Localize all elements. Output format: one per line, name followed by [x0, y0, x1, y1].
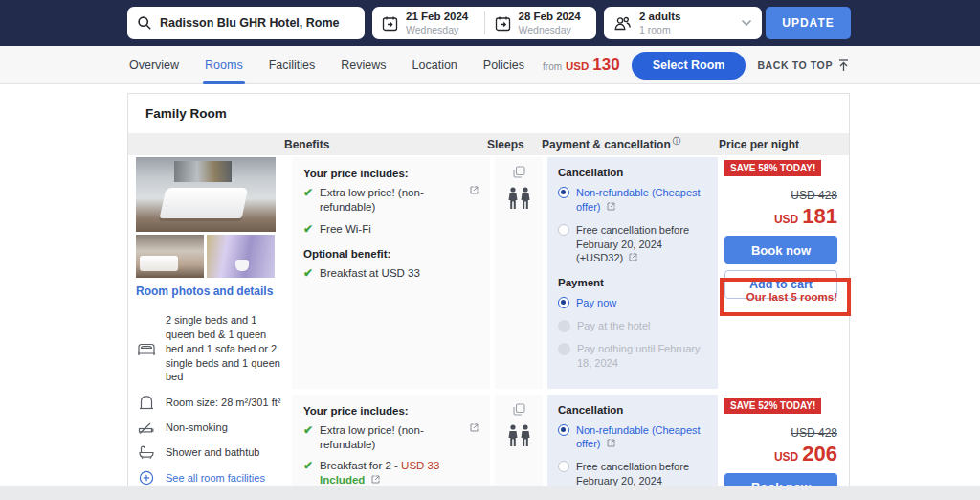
offer1-payment-cell: Cancellation Non-refundable (Cheapest of… [547, 157, 718, 389]
radio-non-refundable[interactable]: Non-refundable (Cheapest offer) [558, 423, 707, 452]
tab-location[interactable]: Location [412, 46, 457, 84]
family-room-card: Family Room Benefits Sleeps Payment & ca… [127, 93, 850, 500]
red-highlight-annotation: Our last 5 rooms! [720, 278, 851, 316]
check-icon: ✔ [303, 222, 313, 238]
tab-reviews[interactable]: Reviews [341, 46, 386, 84]
room-title: Family Room [145, 106, 227, 121]
guests-icon [613, 15, 632, 32]
offer-row-2: Your price includes: ✔ Extra low price! … [292, 395, 843, 500]
breakfast-included-label: Included [320, 474, 365, 486]
radio-label: Pay now [576, 296, 616, 310]
select-room-button[interactable]: Select Room [632, 52, 746, 80]
benefit-item: ✔ Extra low price! (non-refundable) [303, 423, 479, 452]
offer-row-1: Your price includes: ✔ Extra low price! … [292, 157, 843, 389]
save-badge: SAVE 52% TODAY! [724, 398, 821, 414]
from-label: from [543, 61, 562, 72]
guests-selector[interactable]: 2 adults 1 room [604, 7, 762, 39]
radio-non-refundable[interactable]: Non-refundable (Cheapest offer) [558, 186, 707, 215]
tab-facilities[interactable]: Facilities [269, 46, 316, 84]
update-button[interactable]: UPDATE [766, 7, 851, 39]
external-link-icon [607, 202, 615, 211]
checkout-weekday: Wednesday [519, 24, 581, 36]
optional-label: Optional benefit: [303, 248, 479, 260]
book-now-button[interactable]: Book now [724, 236, 837, 264]
offer1-benefits-cell: Your price includes: ✔ Extra low price! … [292, 157, 490, 389]
search-icon [137, 15, 152, 31]
offer2-price-cell: SAVE 52% TODAY! USD 428 USD206 Book now … [723, 395, 843, 500]
payment-label: Payment [558, 277, 707, 288]
detail-bathroom-text: Shower and bathtub [166, 445, 259, 460]
column-header-benefits: Benefits [284, 138, 487, 151]
radio-selected-icon [558, 424, 569, 436]
checkin-date: 21 Feb 2024 [406, 11, 468, 24]
radio-unselected-icon [558, 461, 569, 472]
from-price-currency: USD [566, 60, 589, 72]
radio-label: Pay nothing until February 18, 2024 [577, 342, 707, 371]
date-range-picker: 21 Feb 2024 Wednesday 28 Feb 2024 Wednes… [372, 7, 596, 39]
benefit-item: ✔ Breakfast at USD 33 [303, 266, 479, 282]
search-input[interactable] [160, 16, 355, 30]
offer2-benefits-cell: Your price includes: ✔ Extra low price! … [292, 395, 490, 500]
checkin-calendar-icon [382, 15, 398, 32]
checkin-date-field[interactable]: 21 Feb 2024 Wednesday [372, 7, 484, 39]
radio-selected-icon [558, 297, 569, 308]
external-link-icon [629, 253, 637, 261]
benefit-text: Breakfast at USD 33 [320, 266, 420, 281]
includes-label: Your price includes: [303, 168, 479, 179]
checkout-date: 28 Feb 2024 [519, 11, 581, 24]
room-photos-link[interactable]: Room photos and details [136, 284, 284, 298]
checkout-date-field[interactable]: 28 Feb 2024 Wednesday [485, 7, 597, 39]
old-price: USD 428 [724, 189, 837, 202]
radio-label: Pay at the hotel [577, 319, 650, 333]
column-header-sleeps: Sleeps [487, 138, 542, 151]
price-value: 206 [802, 442, 837, 466]
old-price: USD 428 [724, 426, 837, 440]
room-photo-thumb-2[interactable] [207, 235, 275, 278]
column-header-payment: Payment & cancellation ⓘ [542, 138, 719, 151]
benefit-text: Free Wi-Fi [320, 222, 371, 237]
external-link-icon [607, 439, 615, 447]
from-price-value: 130 [592, 56, 619, 75]
info-icon[interactable]: ⓘ [673, 136, 680, 147]
column-header-price: Price per night [719, 138, 849, 151]
sleeps-two-adults-icon [508, 187, 530, 210]
detail-room-size-text: Room size: 28 m²/301 ft² [166, 396, 280, 410]
external-link-icon [470, 186, 479, 194]
from-price: from USD 130 [543, 56, 620, 75]
room-photo-thumb-1[interactable] [136, 235, 204, 278]
radio-free-cancellation[interactable]: Free cancellation before February 20, 20… [558, 223, 707, 266]
checkout-calendar-icon [495, 15, 511, 32]
breakfast-old-price: USD 33 [401, 460, 439, 471]
price-currency: USD [774, 450, 798, 464]
page-bottom-strip [0, 486, 980, 500]
arrow-up-icon [837, 58, 850, 72]
radio-unselected-icon [558, 224, 569, 236]
price-value: 181 [802, 204, 837, 228]
destination-search-box[interactable] [127, 7, 365, 39]
see-all-facilities-link[interactable]: See all room facilities [166, 471, 265, 486]
radio-label: Non-refundable (Cheapest offer) [576, 424, 701, 450]
payment-header-label: Payment & cancellation [542, 138, 671, 151]
detail-room-size: Room size: 28 m²/301 ft² [136, 395, 284, 410]
back-to-top-button[interactable]: BACK TO TOP [757, 58, 850, 72]
tab-rooms[interactable]: Rooms [205, 46, 243, 84]
save-badge: SAVE 58% TODAY! [724, 160, 821, 176]
benefit-item: ✔ Free Wi-Fi [303, 222, 479, 238]
see-all-facilities[interactable]: See all room facilities [136, 470, 284, 486]
benefit-text: Extra low price! (non-refundable) [320, 186, 460, 215]
benefit-text: Extra low price! (non-refundable) [320, 423, 460, 452]
external-link-icon [470, 423, 479, 432]
cancellation-label: Cancellation [558, 404, 707, 416]
sleeps-two-adults-icon [508, 424, 530, 447]
detail-bathroom: Shower and bathtub [136, 445, 284, 460]
tab-policies[interactable]: Policies [483, 46, 524, 84]
room-info-column: Room photos and details 2 single beds an… [136, 157, 284, 500]
breakfast-text: Breakfast for 2 - [320, 460, 398, 471]
tab-overview[interactable]: Overview [129, 46, 179, 84]
radio-pay-now[interactable]: Pay now [558, 296, 707, 310]
check-icon: ✔ [303, 266, 313, 282]
benefit-item-breakfast: ✔ Breakfast for 2 - USD 33 Included [303, 459, 479, 488]
checkin-weekday: Wednesday [406, 24, 468, 36]
room-photo-main[interactable] [136, 157, 276, 232]
combine-rooms-icon [513, 166, 525, 178]
